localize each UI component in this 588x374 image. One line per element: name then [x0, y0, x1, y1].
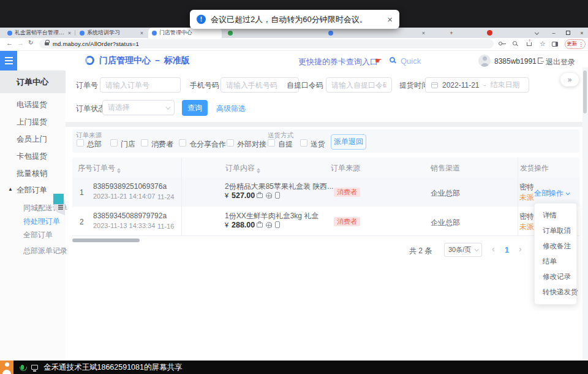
- sidebar-item-walkin-pickup[interactable]: 上门提货: [17, 117, 47, 128]
- side-panel-icon[interactable]: [552, 42, 558, 47]
- row-ship-line1: 密特: [519, 212, 534, 222]
- pickup-code-input[interactable]: [326, 77, 392, 93]
- vertical-scrollbar-thumb[interactable]: [583, 71, 587, 113]
- horizontal-scrollbar[interactable]: [72, 239, 140, 242]
- date-range-picker[interactable]: 2022-11-21 - 结束日期: [425, 77, 529, 93]
- password-key-icon[interactable]: [499, 42, 502, 45]
- printer-icon[interactable]: [257, 193, 263, 198]
- dispatch-return-button[interactable]: 派单退回: [331, 134, 366, 150]
- checkbox-hq[interactable]: [77, 139, 84, 147]
- page-size-select[interactable]: 30条/页: [444, 243, 482, 257]
- checkbox-consumer-label[interactable]: 消费者: [151, 139, 173, 150]
- advanced-filter-link[interactable]: 高级筛选: [216, 104, 246, 114]
- share-icon[interactable]: [527, 42, 532, 46]
- browser-tab-obscured-2[interactable]: ×: [325, 28, 429, 38]
- browser-tab-2[interactable]: 系统培训学习 ×: [76, 28, 147, 38]
- tab-close-icon[interactable]: ×: [68, 30, 71, 36]
- logout-button[interactable]: 退出登录: [546, 57, 575, 67]
- quick-search-icon[interactable]: [390, 57, 395, 63]
- sidebar-item-phone-pickup[interactable]: 电话提货: [17, 100, 47, 110]
- pointing-finger-icon: ☛: [375, 56, 382, 65]
- checkbox-delivery[interactable]: [300, 139, 307, 147]
- sidebar: [0, 71, 66, 361]
- menu-item-express-ship[interactable]: 转快递发货: [535, 284, 576, 300]
- floating-widget[interactable]: [53, 194, 64, 204]
- checkbox-delivery-label[interactable]: 送货: [311, 139, 325, 150]
- window-close-button[interactable]: ×: [576, 28, 588, 38]
- tab-close-icon[interactable]: ×: [140, 30, 143, 36]
- quick-label[interactable]: Quick: [401, 56, 421, 66]
- checkbox-self-pickup-label[interactable]: 自提: [278, 139, 293, 150]
- browser-tab-active[interactable]: 门店管理中心: [148, 28, 222, 38]
- header-order-no[interactable]: 订单号: [93, 163, 121, 174]
- globe-icon[interactable]: [266, 222, 272, 228]
- source-badge: 消费者: [334, 217, 360, 226]
- checkbox-external-label[interactable]: 外部对接: [237, 139, 266, 150]
- menu-item-close-order[interactable]: 结单: [535, 254, 576, 269]
- url-bar[interactable]: md.maboy.cn/AllOrder?status=1: [39, 39, 494, 48]
- zoom-icon[interactable]: [513, 41, 517, 45]
- user-avatar[interactable]: [478, 55, 491, 67]
- sidebar-group-all-orders[interactable]: 全部订单: [17, 185, 47, 196]
- current-page[interactable]: 1: [505, 246, 509, 254]
- row-index: 2: [80, 218, 84, 226]
- refresh-icon[interactable]: ↻: [28, 39, 33, 46]
- tab-close-icon[interactable]: ×: [422, 30, 425, 36]
- hamburger-menu-button[interactable]: [0, 51, 17, 71]
- checkbox-store-label[interactable]: 门店: [121, 139, 135, 150]
- header-order-source: 订单来源: [331, 163, 360, 174]
- sort-icon[interactable]: [257, 168, 260, 174]
- order-status-select[interactable]: 请选择: [102, 100, 175, 115]
- printer-icon[interactable]: [257, 223, 263, 227]
- browser-update-button[interactable]: 更新 ⋮: [565, 39, 586, 49]
- menu-item-edit-history[interactable]: 修改记录: [535, 269, 576, 284]
- header-order-content-label: 订单内容: [225, 164, 255, 172]
- phone-icon[interactable]: [275, 221, 280, 228]
- forward-icon[interactable]: →: [17, 39, 24, 47]
- order-no-input[interactable]: [100, 77, 181, 93]
- table-header: [72, 158, 579, 177]
- sidebar-item-pending-orders[interactable]: 待处理订单: [23, 216, 60, 227]
- all-actions-dropdown[interactable]: 全部操作: [534, 188, 569, 199]
- tab-search-chevron-icon[interactable]: [530, 28, 543, 38]
- prev-page-icon[interactable]: ‹: [492, 244, 495, 254]
- row-index: 1: [80, 188, 84, 197]
- new-tab-button[interactable]: +: [445, 28, 458, 38]
- window-maximize-button[interactable]: [562, 28, 574, 38]
- back-icon[interactable]: ←: [6, 39, 13, 47]
- expand-filters-button[interactable]: »: [560, 73, 579, 86]
- sidebar-item-batch-verify[interactable]: 批量核销: [17, 169, 47, 179]
- checkbox-hq-label[interactable]: 总部: [87, 139, 102, 150]
- profile-badge[interactable]: [487, 30, 492, 36]
- sidebar-item-all-orders[interactable]: 全部订单: [23, 230, 53, 240]
- quick-entry-link[interactable]: 更快捷的券卡查询入口: [298, 56, 378, 67]
- sidebar-section-order-center[interactable]: 订单中心: [0, 71, 66, 93]
- checkbox-store[interactable]: [110, 139, 118, 147]
- search-button[interactable]: 查询: [182, 100, 208, 116]
- checkbox-external[interactable]: [227, 139, 234, 147]
- bookmark-star-icon[interactable]: ☆: [540, 40, 546, 48]
- checkbox-warehouse-share[interactable]: [179, 139, 186, 147]
- sidebar-item-card-pickup[interactable]: 卡包提货: [17, 151, 47, 162]
- phone-icon[interactable]: [275, 192, 280, 199]
- toast-close-icon[interactable]: ×: [387, 14, 393, 25]
- menu-item-details[interactable]: 详情: [535, 208, 576, 223]
- logout-icon[interactable]: [538, 58, 543, 64]
- globe-icon[interactable]: [266, 193, 272, 199]
- checkbox-warehouse-share-label[interactable]: 仓分享合作: [189, 139, 226, 150]
- microphone-icon[interactable]: [21, 365, 24, 370]
- header-order-content[interactable]: 订单内容: [225, 163, 260, 174]
- window-minimize-button[interactable]: –: [548, 28, 560, 38]
- browser-tab-obscured-1[interactable]: [224, 28, 321, 38]
- sort-icon[interactable]: [117, 168, 121, 174]
- sidebar-item-member-visit[interactable]: 会员上门: [17, 134, 47, 145]
- checkbox-consumer[interactable]: [141, 139, 148, 147]
- next-page-icon[interactable]: ›: [519, 244, 522, 254]
- browser-tab-1[interactable]: 礼盒营销平台管理中心 ×: [4, 28, 75, 38]
- row-ship-line1: 密特: [519, 182, 534, 193]
- menu-item-edit-remark[interactable]: 修改备注: [535, 239, 576, 254]
- row-ship-line2: 未派: [519, 193, 534, 203]
- checkbox-self-pickup[interactable]: [268, 139, 275, 147]
- sidebar-item-hq-dispatch-records[interactable]: 总部派单记录: [23, 246, 67, 256]
- menu-item-cancel-order[interactable]: 订单取消: [535, 223, 576, 239]
